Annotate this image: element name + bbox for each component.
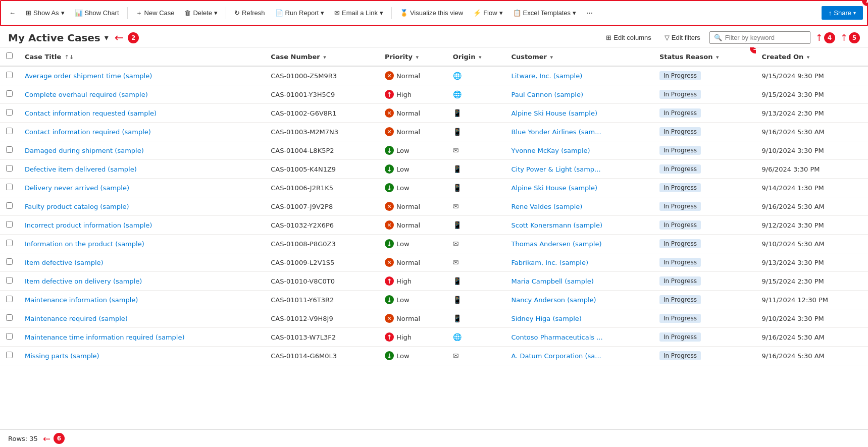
th-created-on[interactable]: Created On ▾ — [756, 47, 868, 66]
customer-link[interactable]: Yvonne McKay (sample) — [512, 147, 590, 154]
row-created-on: 9/16/2024 5:30 AM — [756, 328, 868, 347]
row-case-number: CAS-01002-G6V8R1 — [265, 104, 379, 123]
customer-link[interactable]: City Power & Light (samp... — [512, 165, 601, 173]
th-priority[interactable]: Priority ▾ — [379, 47, 447, 66]
th-status-reason[interactable]: Status Reason ▾ 3 — [653, 47, 756, 66]
case-title-link[interactable]: Missing parts (sample) — [25, 352, 99, 360]
row-case-title: Maintenance time information required (s… — [19, 328, 265, 347]
row-priority: ✕ Normal — [379, 253, 447, 272]
case-title-link[interactable]: Contact information requested (sample) — [25, 109, 157, 117]
case-title-link[interactable]: Average order shipment time (sample) — [25, 72, 152, 80]
row-case-number: CAS-01011-Y6T3R2 — [265, 291, 379, 309]
row-checkbox[interactable] — [6, 146, 13, 153]
customer-link[interactable]: Rene Valdes (sample) — [512, 203, 583, 210]
title-chevron[interactable]: ▾ — [105, 33, 109, 42]
row-checkbox[interactable] — [6, 165, 13, 172]
row-priority: ✕ Normal — [379, 104, 447, 123]
case-title-link[interactable]: Faulty product catalog (sample) — [25, 203, 129, 210]
row-checkbox[interactable] — [6, 109, 13, 116]
customer-link[interactable]: Nancy Anderson (sample) — [512, 296, 596, 304]
case-title-link[interactable]: Complete overhaul required (sample) — [25, 91, 148, 98]
customer-link[interactable]: Litware, Inc. (sample) — [512, 72, 583, 80]
edit-filters-button[interactable]: ▽ Edit filters — [660, 32, 704, 43]
row-status-reason: In Progress — [653, 272, 756, 291]
email-link-chevron: ▾ — [380, 9, 383, 17]
show-chart-button[interactable]: 📊 Show Chart — [71, 7, 123, 19]
email-link-label: Email a Link — [342, 9, 378, 17]
excel-button[interactable]: 📋 Excel Templates ▾ — [509, 7, 580, 19]
share-button[interactable]: ↑ Share ▾ — [822, 6, 863, 20]
case-title-link[interactable]: Maintenance time information required (s… — [25, 333, 185, 341]
customer-link[interactable]: Alpine Ski House (sample) — [512, 184, 598, 192]
th-customer[interactable]: Customer ▾ — [505, 47, 653, 66]
row-checkbox[interactable] — [6, 221, 13, 228]
priority-cell: ✕ Normal — [385, 258, 420, 267]
case-title-link[interactable]: Damaged during shipment (sample) — [25, 147, 144, 154]
refresh-button[interactable]: ↻ Refresh — [230, 7, 269, 19]
customer-link[interactable]: Alpine Ski House (sample) — [512, 109, 598, 117]
select-all-checkbox[interactable] — [6, 52, 13, 59]
row-checkbox[interactable] — [6, 296, 13, 302]
row-checkbox[interactable] — [6, 72, 13, 78]
flow-button[interactable]: ⚡ Flow ▾ — [469, 7, 506, 19]
customer-link[interactable]: A. Datum Corporation (sa... — [512, 352, 601, 360]
customer-link[interactable]: Sidney Higa (sample) — [512, 315, 582, 322]
customer-link[interactable]: Maria Campbell (sample) — [512, 277, 594, 285]
case-title-link[interactable]: Delivery never arrived (sample) — [25, 184, 129, 192]
back-button[interactable]: ← — [5, 7, 20, 19]
row-checkbox[interactable] — [6, 202, 13, 209]
row-created-on: 9/16/2024 5:30 AM — [756, 197, 868, 216]
priority-cell: ↓ Low — [385, 295, 410, 304]
run-report-button[interactable]: 📄 Run Report ▾ — [271, 7, 328, 19]
case-title-link[interactable]: Incorrect product information (sample) — [25, 221, 152, 229]
customer-link[interactable]: Fabrikam, Inc. (sample) — [512, 259, 589, 266]
row-checkbox[interactable] — [6, 277, 13, 284]
visualize-button[interactable]: 🏅 Visualize this view — [396, 7, 467, 19]
case-title-link[interactable]: Maintenance information (sample) — [25, 296, 138, 304]
row-customer: Yvonne McKay (sample) — [505, 141, 653, 160]
row-case-number: CAS-01007-J9V2P8 — [265, 197, 379, 216]
delete-button[interactable]: 🗑 Delete ▾ — [180, 7, 222, 19]
th-case-title[interactable]: Case Title ↑↓ — [19, 47, 265, 66]
row-origin: 🌐 Web — [447, 66, 505, 85]
customer-link[interactable]: Paul Cannon (sample) — [512, 91, 583, 98]
case-title-link[interactable]: Defective item delivered (sample) — [25, 165, 137, 173]
more-button[interactable]: ⋯ — [582, 7, 597, 19]
row-checkbox[interactable] — [6, 128, 13, 134]
row-checkbox[interactable] — [6, 258, 13, 265]
row-created-on: 9/12/2024 3:30 PM — [756, 216, 868, 235]
show-as-button[interactable]: ⊞ Show As ▾ — [22, 7, 69, 19]
row-checkbox[interactable] — [6, 184, 13, 190]
customer-link[interactable]: Contoso Pharmaceuticals ... — [512, 333, 603, 341]
customer-link[interactable]: Scott Konersmann (sample) — [512, 221, 603, 229]
row-case-title: Complete overhaul required (sample) — [19, 85, 265, 104]
row-customer: Scott Konersmann (sample) — [505, 216, 653, 235]
row-checkbox[interactable] — [6, 333, 13, 340]
row-checkbox[interactable] — [6, 240, 13, 246]
filter-input[interactable] — [725, 34, 806, 41]
status-badge: In Progress — [659, 164, 701, 174]
new-case-button[interactable]: ＋ New Case — [132, 7, 179, 20]
row-customer: Nancy Anderson (sample) — [505, 291, 653, 309]
row-checkbox[interactable] — [6, 90, 13, 97]
customer-link[interactable]: Blue Yonder Airlines (sam... — [512, 128, 601, 136]
case-title-link[interactable]: Information on the product (sample) — [25, 240, 144, 248]
th-origin[interactable]: Origin ▾ — [447, 47, 505, 66]
show-chart-label: Show Chart — [85, 9, 119, 17]
case-title-link[interactable]: Item defective on delivery (sample) — [25, 277, 142, 285]
customer-link[interactable]: Thomas Andersen (sample) — [512, 240, 602, 248]
new-case-label: New Case — [144, 9, 175, 17]
row-created-on: 9/10/2024 3:30 PM — [756, 309, 868, 328]
case-title-link[interactable]: Item defective (sample) — [25, 259, 104, 266]
case-title-link[interactable]: Contact information required (sample) — [25, 128, 151, 136]
case-title-link[interactable]: Maintenance required (sample) — [25, 315, 128, 322]
origin-icon: 📱 — [453, 314, 462, 322]
row-checkbox[interactable] — [6, 314, 13, 321]
email-link-button[interactable]: ✉ Email a Link ▾ — [330, 7, 387, 19]
row-case-title: Information on the product (sample) — [19, 235, 265, 253]
origin-icon: 🌐 — [453, 333, 462, 341]
row-checkbox[interactable] — [6, 352, 13, 358]
edit-columns-button[interactable]: ⊞ Edit columns — [602, 32, 655, 43]
row-checkbox-td — [0, 179, 19, 197]
th-case-number[interactable]: Case Number ▾ — [265, 47, 379, 66]
